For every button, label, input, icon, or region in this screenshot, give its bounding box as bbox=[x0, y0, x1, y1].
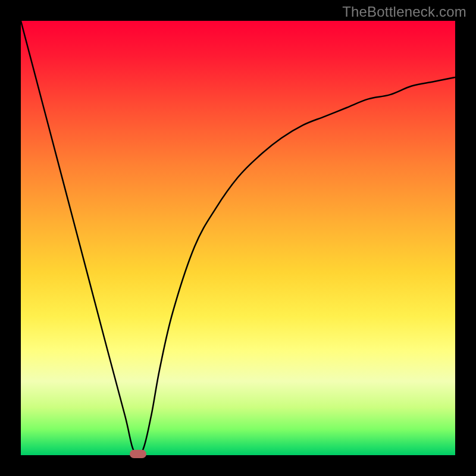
minimum-marker bbox=[130, 450, 146, 458]
chart-frame: TheBottleneck.com bbox=[0, 0, 476, 476]
bottleneck-curve bbox=[21, 21, 455, 455]
watermark-text: TheBottleneck.com bbox=[342, 4, 466, 20]
plot-area bbox=[21, 21, 455, 455]
